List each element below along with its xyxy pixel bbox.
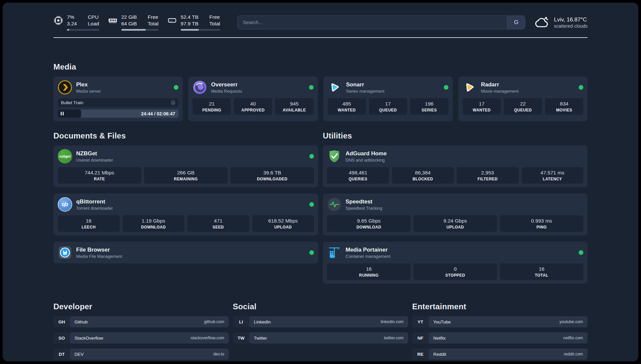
app-subtitle: Usenet downloader bbox=[76, 158, 113, 163]
cpu-progress-bar bbox=[67, 29, 99, 31]
search-engine-button[interactable]: G bbox=[507, 16, 525, 29]
status-dot bbox=[579, 250, 583, 255]
status-dot bbox=[309, 85, 314, 90]
plex-icon bbox=[58, 80, 72, 95]
bookmark-name: LinkedIn bbox=[254, 319, 271, 324]
app-card-radarr[interactable]: Radarr Movie management 17WANTED 22QUEUE… bbox=[458, 76, 588, 121]
app-subtitle: DNS and adblocking bbox=[346, 158, 387, 163]
app-name: Media Portainer bbox=[346, 247, 390, 253]
status-dot bbox=[444, 85, 448, 90]
cloud-icon bbox=[534, 15, 550, 30]
app-card-qbittorrent[interactable]: qb qBittorrent Torrent downloader 16LEEC… bbox=[53, 194, 318, 235]
app-subtitle: Torrent downloader bbox=[76, 206, 113, 211]
search-input[interactable] bbox=[238, 16, 507, 29]
app-name: NZBGet bbox=[76, 150, 113, 157]
bookmark-reddit[interactable]: RE Redditreddit.com bbox=[412, 349, 588, 360]
section-title-entertainment: Entertainment bbox=[412, 302, 588, 311]
app-card-adguard[interactable]: AdGuard Home DNS and adblocking 498,461Q… bbox=[323, 145, 588, 187]
status-dot bbox=[309, 154, 314, 159]
bookmark-group-developer: Developer GH Githubgithub.com SO StackOv… bbox=[53, 302, 229, 360]
memory-stat-widget: 22 GiB 64 GiB Free Total bbox=[108, 14, 159, 31]
bookmark-domain: stackoverflow.com bbox=[191, 336, 224, 340]
now-playing-row: Bullet Train bbox=[58, 98, 178, 107]
app-card-filebrowser[interactable]: File Browser Media File Management bbox=[53, 242, 318, 263]
app-name: AdGuard Home bbox=[346, 150, 387, 157]
bookmark-netflix[interactable]: NF Netflixnetflix.com bbox=[412, 332, 588, 344]
app-name: qBittorrent bbox=[76, 198, 113, 205]
app-card-overseerr[interactable]: Overseerr Media Requests 21PENDING 40APP… bbox=[188, 76, 318, 121]
app-name: Plex bbox=[76, 81, 101, 88]
status-dot bbox=[309, 202, 314, 207]
bookmark-name: Reddit bbox=[433, 352, 446, 357]
bookmark-domain: linkedin.com bbox=[381, 319, 404, 324]
bookmark-linkedin[interactable]: LI LinkedInlinkedin.com bbox=[233, 316, 408, 327]
stat-queries: 498,461QUERIES bbox=[327, 167, 389, 184]
app-card-sonarr[interactable]: Sonarr Series management 485WANTED 17QUE… bbox=[323, 76, 453, 121]
stat-ping: 0.993 msPING bbox=[500, 215, 583, 232]
utilities-column: Utilities AdGuard Home DNS and adb bbox=[323, 131, 588, 284]
stat-seed: 471SEED bbox=[187, 215, 249, 232]
bookmark-name: StackOverflow bbox=[75, 336, 103, 341]
bookmark-abbr: NF bbox=[412, 336, 429, 341]
bookmark-domain: dev.to bbox=[213, 352, 224, 356]
filebrowser-icon bbox=[58, 245, 72, 260]
bookmark-stackoverflow[interactable]: SO StackOverflowstackoverflow.com bbox=[53, 332, 229, 344]
stat-queued: 22QUEUED bbox=[504, 98, 542, 115]
bookmark-domain: github.com bbox=[204, 319, 224, 324]
bookmark-abbr: DT bbox=[53, 352, 70, 357]
stat-upload: 618.52 MbpsUPLOAD bbox=[252, 215, 314, 232]
app-subtitle: Media server bbox=[76, 89, 101, 94]
bookmark-domain: reddit.com bbox=[564, 352, 583, 356]
app-name: Radarr bbox=[481, 81, 519, 88]
app-subtitle: Media Requests bbox=[211, 89, 242, 94]
section-title-media: Media bbox=[53, 62, 588, 72]
disk-free-label: Free bbox=[209, 14, 220, 20]
adguard-icon bbox=[327, 149, 342, 164]
speedtest-icon bbox=[327, 197, 342, 212]
bookmark-name: Github bbox=[75, 319, 88, 324]
app-name: Sonarr bbox=[346, 81, 384, 88]
stat-pending: 21PENDING bbox=[193, 98, 231, 115]
app-name: File Browser bbox=[76, 247, 122, 253]
cpu-load-value: 3.24 bbox=[67, 20, 77, 27]
bookmark-dev[interactable]: DT DEVdev.to bbox=[53, 349, 229, 360]
stat-total: 16TOTAL bbox=[500, 263, 583, 280]
bookmark-abbr: TW bbox=[233, 336, 249, 341]
memory-free-value: 22 GiB bbox=[121, 14, 137, 20]
pause-button[interactable] bbox=[61, 112, 64, 115]
memory-icon bbox=[108, 15, 118, 25]
app-card-nzbget[interactable]: nzbget NZBGet Usenet downloader 744.21 M… bbox=[53, 145, 318, 187]
bookmark-group-entertainment: Entertainment YT YouTubeyoutube.com NF N… bbox=[412, 302, 588, 360]
app-card-portainer[interactable]: Media Portainer Container management 16R… bbox=[323, 242, 588, 284]
header-divider bbox=[53, 37, 588, 38]
status-dot bbox=[309, 250, 314, 255]
app-card-speedtest[interactable]: Speedtest Speedtest Tracking 9.65 GbpsDO… bbox=[323, 194, 588, 235]
stat-latency: 47.571 msLATENCY bbox=[522, 167, 584, 184]
stat-filtered: 2,953FILTERED bbox=[457, 167, 519, 184]
stat-stopped: 0STOPPED bbox=[413, 263, 497, 280]
memory-total-value: 64 GiB bbox=[121, 20, 137, 27]
bookmark-github[interactable]: GH Githubgithub.com bbox=[53, 316, 229, 327]
app-subtitle: Speedtest Tracking bbox=[346, 206, 382, 211]
disk-total-value: 97.9 TB bbox=[181, 20, 198, 27]
app-card-plex[interactable]: Plex Media server Bullet Train 24:44 / 0… bbox=[53, 76, 183, 121]
bookmark-twitter[interactable]: TW Twittertwitter.com bbox=[233, 332, 408, 344]
bookmark-name: Twitter bbox=[254, 336, 267, 341]
stat-queued: 17QUEUED bbox=[369, 98, 407, 115]
app-name: Overseerr bbox=[211, 81, 242, 88]
cpu-usage-value: 7% bbox=[67, 14, 77, 20]
gear-icon[interactable] bbox=[171, 101, 175, 105]
search-bar: G bbox=[237, 15, 525, 29]
weather-condition: scattered clouds bbox=[554, 23, 588, 29]
bookmark-youtube[interactable]: YT YouTubeyoutube.com bbox=[412, 316, 588, 327]
stat-download: 9.65 GbpsDOWNLOAD bbox=[327, 215, 411, 232]
bookmark-domain: youtube.com bbox=[559, 319, 583, 324]
now-playing-title: Bullet Train bbox=[61, 100, 83, 105]
playback-progress-bar[interactable]: 24:44 / 02:06:47 bbox=[58, 109, 178, 118]
bookmark-abbr: YT bbox=[412, 319, 429, 324]
bookmark-domain: twitter.com bbox=[384, 336, 404, 340]
disk-stat-widget: 52.4 TB 97.9 TB Free Total bbox=[167, 14, 220, 31]
stat-blocked: 86,384BLOCKED bbox=[392, 167, 454, 184]
qbittorrent-icon: qb bbox=[58, 197, 72, 212]
dashboard: 7% 3.24 CPU Load bbox=[3, 3, 638, 361]
